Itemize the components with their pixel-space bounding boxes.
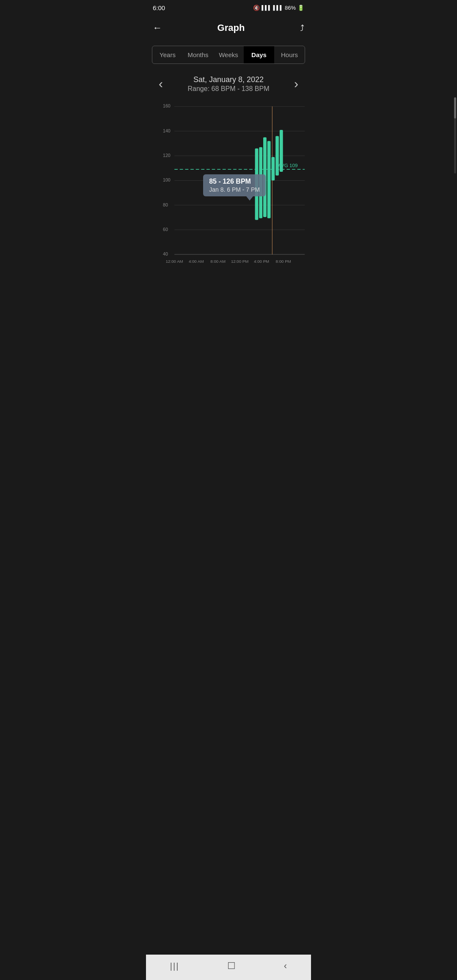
x-label-8pm: 8:00 PM xyxy=(276,259,291,264)
tab-bar: Years Months Weeks Days Hours xyxy=(152,46,305,64)
signal-icon-1: ▌▌▌ xyxy=(262,5,271,10)
mute-icon: 🔇 xyxy=(253,5,260,11)
y-label-80: 80 xyxy=(163,202,168,207)
bar-3 xyxy=(263,137,267,217)
y-label-160: 160 xyxy=(163,103,171,108)
bar-5 xyxy=(271,157,275,180)
tab-years[interactable]: Years xyxy=(152,46,183,63)
y-label-60: 60 xyxy=(163,227,168,232)
y-label-100: 100 xyxy=(163,177,171,182)
tab-months[interactable]: Months xyxy=(183,46,213,63)
status-icons: 🔇 ▌▌▌ ▌▌▌ 86% 🔋 xyxy=(253,5,304,11)
y-label-140: 140 xyxy=(163,128,171,133)
back-button[interactable]: ← xyxy=(153,22,162,33)
y-label-120: 120 xyxy=(163,153,171,158)
menu-button[interactable]: ||| xyxy=(170,961,179,971)
status-bar: 6:00 🔇 ▌▌▌ ▌▌▌ 86% 🔋 xyxy=(146,0,311,15)
tab-hours[interactable]: Hours xyxy=(274,46,305,63)
bar-2 xyxy=(259,147,262,218)
x-label-12am: 12:00 AM xyxy=(166,259,183,264)
x-label-4pm: 4:00 PM xyxy=(254,259,269,264)
status-time: 6:00 xyxy=(153,4,165,11)
top-bar: ← Graph ⤴ xyxy=(146,15,311,41)
page-title: Graph xyxy=(217,22,245,33)
x-label-4am: 4:00 AM xyxy=(189,259,204,264)
date-info: Sat, January 8, 2022 Range: 68 BPM - 138… xyxy=(167,75,290,93)
x-label-12pm: 12:00 PM xyxy=(231,259,249,264)
range-label: Range: 68 BPM - 138 BPM xyxy=(167,85,290,93)
x-label-8am: 8:00 AM xyxy=(210,259,226,264)
chart-svg-wrapper: 160 140 120 100 80 60 40 AVG 109 xyxy=(163,100,307,273)
battery-label: 86% xyxy=(285,5,296,11)
bottom-nav: ||| ☐ ‹ xyxy=(146,955,311,980)
bar-6 xyxy=(275,136,279,176)
date-label: Sat, January 8, 2022 xyxy=(167,75,290,84)
tab-weeks[interactable]: Weeks xyxy=(213,46,244,63)
date-header: ‹ Sat, January 8, 2022 Range: 68 BPM - 1… xyxy=(146,69,311,97)
back-nav-button[interactable]: ‹ xyxy=(284,961,287,972)
signal-icon-2: ▌▌▌ xyxy=(273,5,283,10)
share-button[interactable]: ⤴ xyxy=(300,23,304,33)
y-label-40: 40 xyxy=(163,251,168,256)
bar-1 xyxy=(255,149,259,220)
prev-button[interactable]: ‹ xyxy=(154,75,167,93)
battery-icon: 🔋 xyxy=(297,5,304,11)
bar-7 xyxy=(280,130,283,172)
next-button[interactable]: › xyxy=(290,75,303,93)
home-button[interactable]: ☐ xyxy=(227,961,236,972)
bar-4 xyxy=(267,141,271,218)
chart-container: 160 140 120 100 80 60 40 AVG 109 xyxy=(146,100,311,273)
chart-svg: 160 140 120 100 80 60 40 AVG 109 xyxy=(163,100,307,273)
tab-days[interactable]: Days xyxy=(244,46,274,63)
